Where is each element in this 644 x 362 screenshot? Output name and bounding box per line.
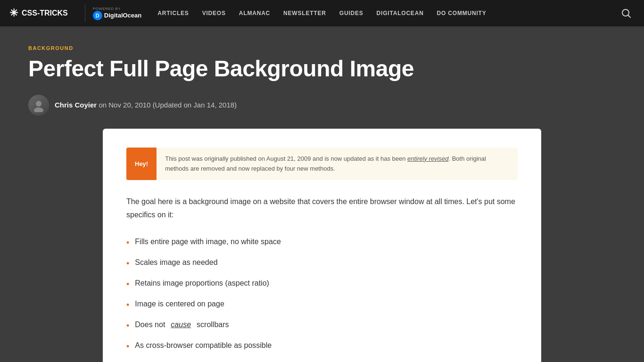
bullet-text: Image is centered on page [135,298,224,310]
bullet-text-before: Does not [135,319,165,330]
avatar-placeholder [28,95,49,115]
page-content: BACKGROUND Perfect Full Page Background … [0,26,644,362]
author-line: Chris Coyier on Nov 20, 2010 (Updated on… [28,95,616,115]
bullet-text: Scales image as needed [135,257,217,268]
nav-articles[interactable]: ARTICLES [151,0,195,26]
author-date: on Nov 20, 2010 (Updated on Jan 14, 2018… [99,101,237,109]
site-logo[interactable]: ✳ CSS-TRICKS [9,7,68,19]
list-item: • Image is centered on page [126,295,518,315]
nav-almanac[interactable]: ALMANAC [232,0,277,26]
bullet-text-after: scrollbars [197,319,229,330]
logo-asterisk: ✳ [9,7,18,19]
do-icon: D [93,11,102,20]
list-item: • Does not cause scrollbars [126,315,518,336]
author-info: Chris Coyier on Nov 20, 2010 (Updated on… [55,101,237,109]
nav-links: ARTICLES VIDEOS ALMANAC NEWSLETTER GUIDE… [151,0,618,26]
avatar [28,95,49,115]
hey-label: Hey! [126,148,157,181]
list-item: • Scales image as needed [126,253,518,274]
list-item: • Fills entire page with image, no white… [126,232,518,253]
category-label: BACKGROUND [28,45,616,51]
svg-point-3 [34,107,43,112]
hey-text: This post was originally published on Au… [157,148,518,181]
svg-line-1 [628,16,631,18]
nav-do-community[interactable]: DO COMMUNITY [430,0,493,26]
logo-text: CSS-TRICKS [22,9,68,17]
article-card: Hey! This post was originally published … [103,129,541,362]
nav-videos[interactable]: VIDEOS [196,0,232,26]
powered-by-label: Powered by [93,7,121,11]
bullet-icon: • [126,320,129,332]
hey-text-em: entirely revised [407,155,448,162]
bullet-icon: • [126,257,129,270]
bullet-text: Fills entire page with image, no white s… [135,236,281,247]
digitalocean-logo: D DigitalOcean [93,11,141,20]
nav-digitalocean[interactable]: DIGITALOCEAN [370,0,430,26]
bullet-text: As cross-browser compatible as possible [135,340,272,351]
main-nav: ✳ CSS-TRICKS Powered by D DigitalOcean A… [0,0,644,26]
bullet-icon: • [126,237,129,249]
nav-guides[interactable]: GUIDES [333,0,370,26]
list-item: • Retains image proportions (aspect rati… [126,274,518,295]
powered-by: Powered by D DigitalOcean [93,7,141,20]
bullet-icon: • [126,299,129,312]
author-name: Chris Coyier [55,101,97,109]
search-button[interactable] [618,5,635,22]
bullet-list: • Fills entire page with image, no white… [126,232,518,362]
list-item: • Isn't some fancy shenanigans like Flas… [126,357,518,362]
article-intro: The goal here is a background image on a… [126,195,518,221]
do-text: DigitalOcean [104,12,141,19]
bullet-text-em: cause [171,319,191,330]
nav-newsletter[interactable]: NEWSLETTER [277,0,333,26]
bullet-icon: • [126,340,129,353]
hey-box: Hey! This post was originally published … [126,148,518,181]
list-item: • As cross-browser compatible as possibl… [126,336,518,357]
page-title: Perfect Full Page Background Image [28,57,616,82]
bullet-text: Retains image proportions (aspect ratio) [135,278,269,289]
bullet-icon: • [126,278,129,291]
nav-divider [85,5,85,22]
svg-point-2 [36,101,41,107]
hey-text-before: This post was originally published on Au… [165,155,407,162]
